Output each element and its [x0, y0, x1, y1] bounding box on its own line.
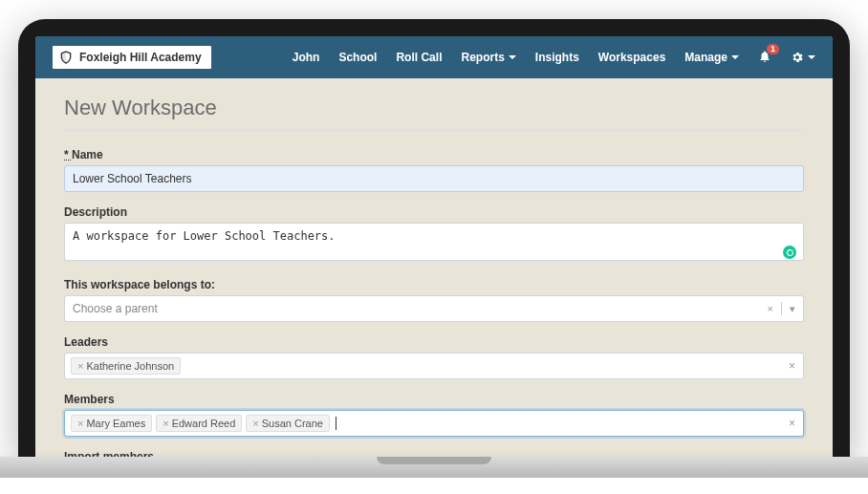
notification-badge: 1	[767, 44, 779, 54]
field-leaders: Leaders ×Katherine Johnson ×	[64, 335, 804, 379]
import-label: Import members	[64, 450, 804, 457]
nav-workspaces[interactable]: Workspaces	[598, 51, 665, 64]
nav-manage[interactable]: Manage	[684, 51, 739, 64]
leader-tag: ×Katherine Johnson	[71, 357, 181, 375]
nav-insights[interactable]: Insights	[535, 51, 579, 64]
chevron-down-icon: ▾	[790, 303, 795, 315]
caret-down-icon	[509, 55, 516, 59]
name-label: Name	[64, 148, 804, 161]
settings-menu[interactable]	[791, 51, 815, 64]
nav-reports[interactable]: Reports	[461, 51, 515, 64]
brand-name: Foxleigh Hill Academy	[79, 51, 202, 64]
laptop-mockup: Foxleigh Hill Academy John School Roll C…	[18, 19, 850, 478]
remove-tag-icon[interactable]: ×	[77, 360, 83, 372]
field-description: Description	[64, 205, 804, 265]
gear-icon	[791, 51, 804, 64]
nav-john[interactable]: John	[293, 51, 320, 64]
member-tag: ×Edward Reed	[156, 415, 242, 432]
field-import: Import members Must be a .txt file of co…	[64, 450, 804, 457]
page-content: New Workspace Name Description This	[35, 78, 833, 457]
members-input[interactable]: ×Mary Eames ×Edward Reed ×Susan Crane ×	[64, 410, 804, 437]
nav-school[interactable]: School	[338, 51, 377, 64]
top-navbar: Foxleigh Hill Academy John School Roll C…	[35, 36, 833, 78]
notifications-button[interactable]: 1	[758, 50, 771, 66]
remove-tag-icon[interactable]: ×	[252, 418, 258, 429]
parent-placeholder: Choose a parent	[73, 302, 158, 315]
laptop-base	[0, 457, 868, 478]
description-input[interactable]	[64, 223, 804, 261]
page-title: New Workspace	[64, 96, 804, 131]
parent-select[interactable]: Choose a parent × ▾	[64, 295, 804, 322]
grammarly-icon[interactable]	[783, 246, 796, 259]
nav-links: John School Roll Call Reports Insights W…	[293, 50, 815, 66]
screen-bezel: Foxleigh Hill Academy John School Roll C…	[18, 19, 850, 457]
clear-icon[interactable]: ×	[789, 359, 795, 373]
name-input[interactable]	[64, 165, 804, 192]
description-label: Description	[64, 205, 804, 219]
field-members: Members ×Mary Eames ×Edward Reed ×Susan …	[64, 393, 804, 437]
member-tag: ×Mary Eames	[71, 415, 152, 432]
members-label: Members	[64, 393, 804, 406]
field-parent: This workspace belongs to: Choose a pare…	[64, 278, 804, 322]
remove-tag-icon[interactable]: ×	[77, 418, 83, 429]
clear-icon[interactable]: ×	[789, 417, 795, 430]
caret-down-icon	[808, 55, 815, 59]
brand-badge[interactable]: Foxleigh Hill Academy	[53, 46, 211, 69]
caret-down-icon	[731, 55, 739, 59]
shield-icon	[58, 50, 74, 65]
text-cursor	[336, 417, 336, 430]
leaders-input[interactable]: ×Katherine Johnson ×	[64, 353, 804, 379]
app-screen: Foxleigh Hill Academy John School Roll C…	[35, 36, 833, 457]
parent-label: This workspace belongs to:	[64, 278, 804, 291]
field-name: Name	[64, 148, 804, 192]
leaders-label: Leaders	[64, 335, 804, 349]
member-tag: ×Susan Crane	[246, 415, 330, 432]
remove-tag-icon[interactable]: ×	[163, 418, 168, 429]
clear-icon[interactable]: ×	[768, 303, 773, 314]
nav-rollcall[interactable]: Roll Call	[396, 51, 442, 64]
